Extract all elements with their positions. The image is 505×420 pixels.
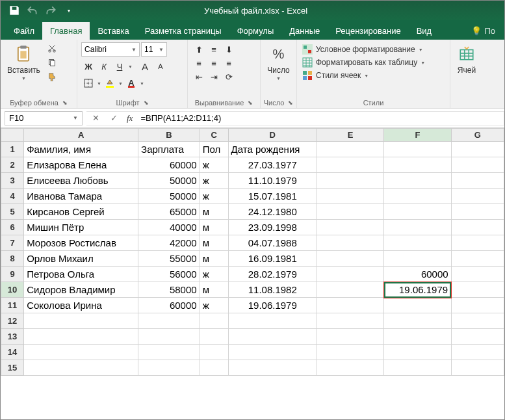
undo-icon[interactable] [27,5,38,16]
tab-file[interactable]: Файл [6,22,42,40]
redo-icon[interactable] [45,5,57,16]
font-dialog-launcher[interactable]: ⬊ [144,99,149,106]
align-top-icon[interactable]: ⬆ [192,42,206,57]
cell-B5[interactable]: 65000 [138,204,200,220]
cell-E15[interactable] [317,360,383,376]
cell-G5[interactable] [451,204,504,220]
orientation-icon[interactable]: ⟳ [222,70,236,84]
cell-B7[interactable]: 42000 [138,235,200,251]
cell-G12[interactable] [451,313,504,329]
align-middle-icon[interactable]: ≡ [207,42,221,57]
cell-A12[interactable] [24,313,138,329]
cell-D6[interactable]: 23.09.1998 [228,220,317,235]
cell-G14[interactable] [451,345,504,360]
cell-G3[interactable] [451,173,504,189]
cell-B2[interactable]: 60000 [138,157,200,173]
cell-A8[interactable]: Орлов Михаил [24,251,138,267]
cell-A6[interactable]: Мишин Пётр [24,220,138,235]
cell-D14[interactable] [228,345,317,360]
cut-icon[interactable] [45,42,58,54]
fx-icon[interactable]: fx [123,113,136,124]
row-header-5[interactable]: 5 [1,204,24,220]
cell-D13[interactable] [228,329,317,345]
cell-C11[interactable]: ж [200,298,228,313]
tab-home[interactable]: Главная [42,22,90,40]
cell-C12[interactable] [200,313,228,329]
grow-font-button[interactable]: A [138,59,152,73]
col-header-D[interactable]: D [228,129,317,142]
format-painter-icon[interactable] [45,71,58,83]
cell-C15[interactable] [200,360,228,376]
save-icon[interactable] [8,5,20,16]
row-header-10[interactable]: 10 [1,282,24,298]
shrink-font-button[interactable]: A [153,59,168,73]
cell-A10[interactable]: Сидоров Владимир [24,282,138,298]
col-header-C[interactable]: C [200,129,228,142]
cell-E11[interactable] [317,298,383,313]
cell-F2[interactable] [384,157,451,173]
cell-B4[interactable]: 50000 [138,189,200,204]
cell-G7[interactable] [451,235,504,251]
cell-G4[interactable] [451,189,504,204]
cell-B6[interactable]: 40000 [138,220,200,235]
cell-F14[interactable] [384,345,451,360]
cell-D15[interactable] [228,360,317,376]
cell-F9[interactable]: 60000 [384,267,451,282]
decrease-indent-icon[interactable]: ⇤ [192,70,206,84]
cell-D1[interactable]: Дата рождения [228,142,317,157]
align-center-icon[interactable]: ≡ [207,56,221,70]
cell-B15[interactable] [138,360,200,376]
cell-E2[interactable] [317,157,383,173]
cell-A7[interactable]: Морозов Ростислав [24,235,138,251]
number-format-button[interactable]: % Число ▼ [265,42,292,82]
row-header-14[interactable]: 14 [1,345,24,360]
row-header-13[interactable]: 13 [1,329,24,345]
font-color-button[interactable]: A [124,76,138,90]
row-header-2[interactable]: 2 [1,157,24,173]
cell-D4[interactable]: 15.07.1981 [228,189,317,204]
row-header-6[interactable]: 6 [1,220,24,235]
chevron-down-icon[interactable]: ▼ [140,81,144,86]
cell-C8[interactable]: м [200,251,228,267]
font-name-combo[interactable]: Calibri▼ [81,42,140,57]
borders-button[interactable] [81,76,96,90]
align-right-icon[interactable]: ≡ [222,56,236,70]
cell-B12[interactable] [138,313,200,329]
cell-A4[interactable]: Иванова Тамара [24,189,138,204]
col-header-F[interactable]: F [384,129,451,142]
cell-A3[interactable]: Елисеева Любовь [24,173,138,189]
cell-B9[interactable]: 56000 [138,267,200,282]
name-box[interactable]: F10 ▼ [5,111,83,125]
cell-A11[interactable]: Соколова Ирина [24,298,138,313]
cell-E14[interactable] [317,345,383,360]
clipboard-dialog-launcher[interactable]: ⬊ [62,99,68,106]
cell-C13[interactable] [200,329,228,345]
row-header-11[interactable]: 11 [1,298,24,313]
underline-button[interactable]: Ч [112,59,127,73]
cell-F10[interactable]: 19.06.1979 [384,282,451,298]
cell-B1[interactable]: Зарплата [138,142,200,157]
cell-G13[interactable] [451,329,504,345]
tell-me[interactable]: 💡 По [467,22,499,40]
formula-input[interactable]: =ВПР(A11;A2:D11;4) [136,113,504,123]
cell-C1[interactable]: Пол [200,142,228,157]
select-all-corner[interactable] [1,129,24,142]
cell-E12[interactable] [317,313,383,329]
cell-D8[interactable]: 16.09.1981 [228,251,317,267]
cell-C10[interactable]: м [200,282,228,298]
cells-button[interactable]: Ячей [454,42,479,76]
row-header-15[interactable]: 15 [1,360,24,376]
tab-insert[interactable]: Вставка [90,22,136,40]
cell-A14[interactable] [24,345,138,360]
qat-dropdown-icon[interactable]: ▼ [63,5,75,16]
cell-E9[interactable] [317,267,383,282]
cell-B3[interactable]: 50000 [138,173,200,189]
row-header-8[interactable]: 8 [1,251,24,267]
tab-formulas[interactable]: Формулы [229,22,282,40]
chevron-down-icon[interactable]: ▼ [97,81,101,86]
cell-E5[interactable] [317,204,383,220]
cell-G15[interactable] [451,360,504,376]
cell-D12[interactable] [228,313,317,329]
cell-D7[interactable]: 04.07.1988 [228,235,317,251]
cell-E1[interactable] [317,142,383,157]
